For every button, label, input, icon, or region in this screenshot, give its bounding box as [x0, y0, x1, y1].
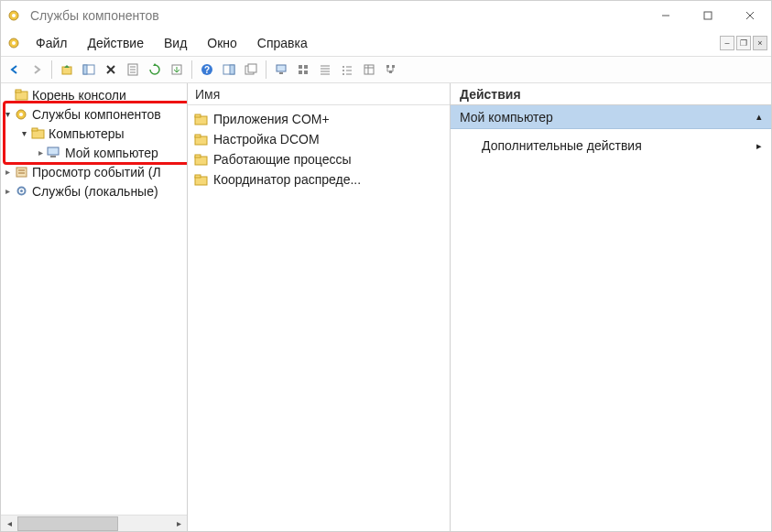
- list[interactable]: Приложения COM+ Настройка DCOM Работающи…: [188, 105, 450, 531]
- tree-horizontal-scrollbar[interactable]: ◂ ▸: [1, 515, 187, 531]
- scroll-thumb[interactable]: [17, 516, 118, 531]
- tree-label: Корень консоли: [32, 88, 126, 103]
- svg-rect-3: [704, 12, 712, 19]
- window: Службы компонентов Файл Действие Вид Окн…: [0, 0, 772, 532]
- grid2-button[interactable]: [315, 60, 335, 80]
- svg-rect-40: [364, 65, 374, 74]
- doc-icon: [6, 36, 21, 50]
- minimize-button[interactable]: [645, 1, 687, 30]
- svg-point-62: [20, 190, 23, 192]
- menubar: Файл Действие Вид Окно Справка – ❐ ×: [1, 30, 771, 56]
- svg-text:?: ?: [204, 65, 210, 75]
- menu-help[interactable]: Справка: [248, 33, 317, 53]
- back-button[interactable]: [5, 60, 25, 80]
- svg-rect-44: [392, 65, 395, 68]
- menu-action[interactable]: Действие: [78, 33, 153, 53]
- toolbar-separator: [51, 60, 52, 79]
- list-item[interactable]: Координатор распреде...: [188, 169, 450, 190]
- mdi-close-button[interactable]: ×: [753, 36, 767, 50]
- menu-view[interactable]: Вид: [155, 33, 196, 53]
- mdi-window-buttons: – ❐ ×: [720, 36, 771, 50]
- chevron-up-icon: ▴: [756, 111, 762, 123]
- tree-row-services-components[interactable]: Службы компонентов: [1, 104, 187, 124]
- svg-point-1: [12, 14, 16, 17]
- export-button[interactable]: [167, 60, 187, 80]
- computer-icon: [47, 146, 61, 160]
- scroll-right-button[interactable]: ▸: [170, 516, 187, 531]
- tree-row-my-computer[interactable]: Мой компьютер: [1, 143, 187, 162]
- svg-rect-58: [16, 168, 27, 177]
- maximize-button[interactable]: [687, 1, 729, 30]
- tree-row-root[interactable]: Корень консоли: [1, 85, 187, 104]
- expander-icon[interactable]: [1, 186, 14, 196]
- svg-rect-57: [50, 156, 56, 157]
- forward-button[interactable]: [27, 60, 47, 80]
- tree-row-event-viewer[interactable]: Просмотр событий (Л: [1, 162, 187, 181]
- delete-button[interactable]: [101, 60, 121, 80]
- list-item[interactable]: Работающие процессы: [188, 149, 450, 169]
- up-button[interactable]: [57, 60, 77, 80]
- help-button[interactable]: ?: [197, 60, 217, 80]
- window-title: Службы компонентов: [30, 8, 645, 23]
- computer-icon-button[interactable]: [271, 60, 291, 80]
- expander-icon[interactable]: [1, 109, 14, 119]
- event-viewer-icon: [14, 165, 28, 179]
- tree-pane: Корень консоли Службы компонентов Компью…: [1, 83, 188, 531]
- actions-section-label: Мой компьютер: [460, 110, 553, 125]
- svg-rect-27: [304, 65, 308, 69]
- svg-rect-51: [16, 90, 21, 92]
- properties-button[interactable]: [123, 60, 143, 80]
- expander-icon[interactable]: [34, 147, 47, 157]
- mdi-minimize-button[interactable]: –: [720, 36, 734, 50]
- svg-rect-45: [389, 71, 392, 73]
- list-pane: Имя Приложения COM+ Настройка DCOM Работ…: [188, 83, 451, 531]
- tree-label: Компьютеры: [49, 126, 125, 141]
- expander-icon[interactable]: [17, 128, 30, 138]
- list-item-label: Настройка DCOM: [213, 132, 320, 147]
- scroll-track[interactable]: [17, 516, 170, 531]
- tree-label: Просмотр событий (Л: [32, 165, 161, 179]
- svg-point-53: [19, 113, 23, 116]
- folder-icon: [193, 152, 208, 167]
- list-view-button[interactable]: [337, 60, 357, 80]
- list-item-label: Работающие процессы: [213, 152, 352, 167]
- actions-header: Действия: [451, 83, 771, 105]
- svg-rect-24: [277, 65, 286, 71]
- gear-icon: [14, 184, 28, 199]
- svg-point-7: [12, 41, 16, 45]
- expander-icon[interactable]: [1, 167, 14, 177]
- svg-rect-43: [386, 65, 389, 68]
- list-column-header[interactable]: Имя: [188, 83, 450, 105]
- folder-icon: [30, 126, 45, 141]
- new-window-button[interactable]: [241, 60, 261, 80]
- detail-view-button[interactable]: [359, 60, 379, 80]
- svg-rect-68: [195, 155, 201, 157]
- view-window-button[interactable]: [219, 60, 239, 80]
- chevron-right-icon: ▸: [756, 140, 762, 152]
- tree-label: Мой компьютер: [65, 146, 158, 160]
- menu-window[interactable]: Окно: [198, 33, 246, 53]
- refresh-button[interactable]: [145, 60, 165, 80]
- list-item[interactable]: Настройка DCOM: [188, 129, 450, 149]
- tree-view-button[interactable]: [381, 60, 401, 80]
- toolbar: ?: [1, 56, 771, 83]
- svg-rect-55: [32, 128, 38, 131]
- mdi-restore-button[interactable]: ❐: [736, 36, 751, 50]
- actions-more[interactable]: Дополнительные действия ▸: [451, 133, 771, 158]
- scroll-left-button[interactable]: ◂: [1, 516, 17, 531]
- grid1-button[interactable]: [293, 60, 313, 80]
- tree-row-computers[interactable]: Компьютеры: [1, 124, 187, 143]
- show-hide-tree-button[interactable]: [79, 60, 99, 80]
- svg-point-38: [343, 73, 344, 75]
- close-button[interactable]: [729, 1, 771, 30]
- svg-rect-25: [279, 72, 283, 74]
- tree-row-services-local[interactable]: Службы (локальные): [1, 181, 187, 201]
- body: Корень консоли Службы компонентов Компью…: [1, 83, 771, 531]
- menu-file[interactable]: Файл: [27, 33, 76, 53]
- window-buttons: [645, 1, 771, 30]
- svg-rect-23: [248, 64, 256, 72]
- tree[interactable]: Корень консоли Службы компонентов Компью…: [1, 83, 187, 515]
- list-item[interactable]: Приложения COM+: [188, 109, 450, 129]
- svg-rect-28: [299, 71, 302, 74]
- actions-section[interactable]: Мой компьютер ▴: [451, 105, 771, 129]
